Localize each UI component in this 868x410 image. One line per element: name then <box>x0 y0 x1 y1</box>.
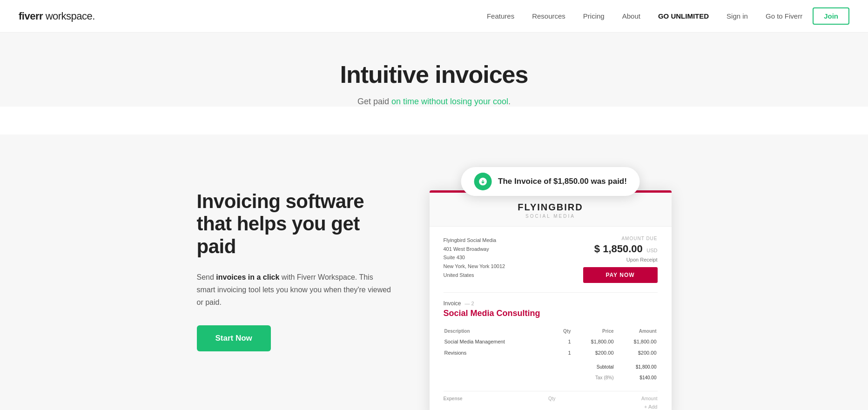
amount-label: Amount Due <box>583 236 658 241</box>
nav-resources[interactable]: Resources <box>525 8 573 24</box>
hero-section: Intuitive invoices Get paid on time with… <box>0 33 868 107</box>
invoice-divider <box>444 292 658 293</box>
invoice-address: Flyingbird Social Media 401 West Broadwa… <box>444 236 505 283</box>
nav-about[interactable]: About <box>615 8 648 24</box>
subtotal-value: $1,800.00 <box>615 359 657 372</box>
left-title: Invoicing software that helps you get pa… <box>197 190 392 258</box>
row1-qty: 1 <box>557 336 571 347</box>
invoice-card: FLYINGBIRD SOCIAL MEDIA Flyingbird Socia… <box>430 190 672 410</box>
tax-row: Tax (8%) $140.00 <box>444 373 657 383</box>
expense-col: Expense <box>444 396 463 401</box>
pay-now-button[interactable]: PAY NOW <box>583 267 658 283</box>
invoice-bottom-row: Expense Qty Amount <box>444 391 658 401</box>
addr-line3: Suite 430 <box>444 253 505 262</box>
download-icon <box>478 177 487 186</box>
amount-value-row: $ 1,850.00 USD <box>583 243 658 255</box>
hero-subtitle-suffix: . <box>508 97 511 106</box>
hero-subtitle-prefix: Get paid <box>357 97 391 106</box>
expense-label: Expense <box>444 396 463 401</box>
desc-prefix: Send <box>197 273 216 281</box>
nav-features[interactable]: Features <box>479 8 522 24</box>
row2-desc: Revisions <box>444 348 556 358</box>
tax-value: $140.00 <box>615 373 657 383</box>
amount-currency: USD <box>646 248 657 253</box>
row1-desc: Social Media Management <box>444 336 556 347</box>
logo-light: workspace. <box>43 10 95 22</box>
row2-price: $200.00 <box>572 348 614 358</box>
start-now-button[interactable]: Start Now <box>197 325 271 351</box>
logo-bold: fiverr <box>19 10 43 22</box>
hero-subtitle-highlight: on time without losing your cool <box>391 97 508 106</box>
row1-price: $1,800.00 <box>572 336 614 347</box>
right-content: The Invoice of $1,850.00 was paid! FLYIN… <box>430 153 672 410</box>
hero-subtitle: Get paid on time without losing your coo… <box>19 97 849 107</box>
invoice-amount-block: Amount Due $ 1,850.00 USD Upon Receipt P… <box>583 236 658 283</box>
hero-title: Intuitive invoices <box>19 60 849 88</box>
bottom-qty: Qty <box>548 396 556 401</box>
main-section: Invoicing software that helps you get pa… <box>0 134 868 410</box>
addr-line1: Flyingbird Social Media <box>444 236 505 245</box>
nav-unlimited[interactable]: GO UNLIMITED <box>651 8 716 24</box>
col-price: Price <box>572 327 614 336</box>
desc-bold: invoices in a click <box>216 273 279 281</box>
invoice-body: Flyingbird Social Media 401 West Broadwa… <box>430 227 672 410</box>
amount-value: $ 1,850.00 <box>594 243 643 255</box>
invoice-number: — 2 <box>465 301 474 306</box>
add-label[interactable]: + Add <box>444 401 658 410</box>
invoice-label: Invoice <box>444 300 461 307</box>
due-label: Upon Receipt <box>583 257 658 262</box>
invoice-header: FLYINGBIRD SOCIAL MEDIA <box>430 193 672 227</box>
left-content: Invoicing software that helps you get pa… <box>197 153 392 351</box>
row1-amount: $1,800.00 <box>615 336 657 347</box>
row2-amount: $200.00 <box>615 348 657 358</box>
addr-line5: United States <box>444 271 505 280</box>
join-button[interactable]: Join <box>813 7 849 25</box>
invoice-title-row: Invoice — 2 <box>444 300 658 307</box>
navbar: fiverr workspace. Features Resources Pri… <box>0 0 868 33</box>
nav-goto-fiverr[interactable]: Go to Fiverr <box>758 8 810 24</box>
nav-signin[interactable]: Sign in <box>719 8 755 24</box>
company-sub: SOCIAL MEDIA <box>444 214 658 219</box>
notification-text: The Invoice of $1,850.00 was paid! <box>498 177 627 186</box>
company-name: FLYINGBIRD <box>444 202 658 213</box>
col-description: Description <box>444 327 556 336</box>
table-row: Revisions 1 $200.00 $200.00 <box>444 348 657 358</box>
col-qty: Qty <box>557 327 571 336</box>
payment-notification: The Invoice of $1,850.00 was paid! <box>461 167 640 196</box>
subtotal-label: Subtotal <box>572 359 614 372</box>
invoice-table: Description Qty Price Amount Social Medi… <box>444 326 658 383</box>
col-amount: Amount <box>615 327 657 336</box>
brand-logo[interactable]: fiverr workspace. <box>19 10 95 22</box>
table-row: Social Media Management 1 $1,800.00 $1,8… <box>444 336 657 347</box>
paid-icon <box>474 173 491 190</box>
nav-links: Features Resources Pricing About GO UNLI… <box>479 7 849 25</box>
addr-line2: 401 West Broadway <box>444 245 505 254</box>
row2-qty: 1 <box>557 348 571 358</box>
left-description: Send invoices in a click with Fiverr Wor… <box>197 271 392 309</box>
invoice-top-row: Flyingbird Social Media 401 West Broadwa… <box>444 236 658 283</box>
tax-label: Tax (8%) <box>572 373 614 383</box>
bottom-amount: Amount <box>641 396 657 401</box>
addr-line4: New York, New York 10012 <box>444 262 505 271</box>
nav-pricing[interactable]: Pricing <box>576 8 612 24</box>
invoice-service-title: Social Media Consulting <box>444 309 658 318</box>
subtotal-row: Subtotal $1,800.00 <box>444 359 657 372</box>
